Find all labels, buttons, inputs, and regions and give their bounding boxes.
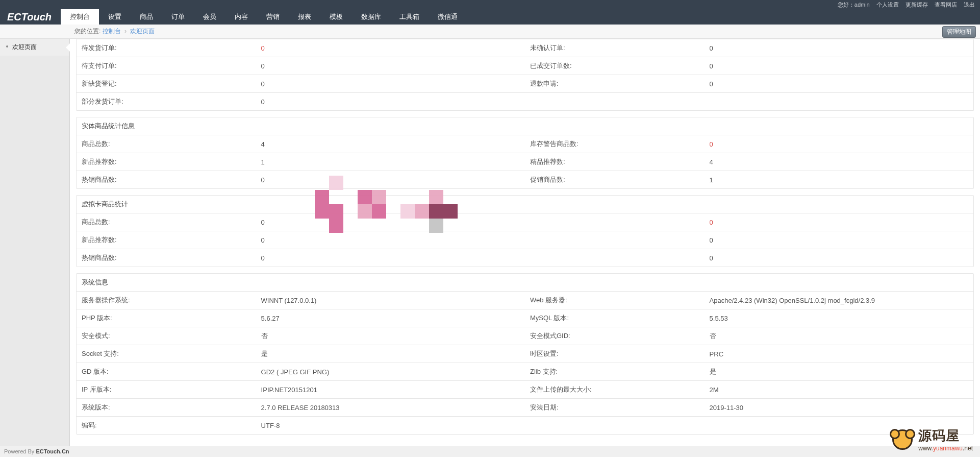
cell-label: 待发货订单: <box>77 39 256 57</box>
panel-title: 虚拟卡商品统计 <box>77 196 973 213</box>
tab-console[interactable]: 控制台 <box>61 9 99 25</box>
virtual-panel: 虚拟卡商品统计 商品总数: 0 0 新品推荐数: 0 0 热销商品数: 0 <box>76 195 974 267</box>
system-panel: 系统信息 服务器操作系统:WINNT (127.0.0.1)Web 服务器:Ap… <box>76 273 974 435</box>
table-row: IP 库版本:IPIP.NET20151201文件上传的最大大小:2M <box>77 381 973 399</box>
table-row: 商品总数: 0 0 <box>77 213 973 231</box>
monkey-icon <box>892 429 913 450</box>
tab-members[interactable]: 会员 <box>194 9 225 25</box>
main-content: 待发货订单: 0 未确认订单: 0 待支付订单: 0 已成交订单数: 0 新缺货… <box>70 39 980 446</box>
table-row: 系统版本:2.7.0 RELEASE 20180313安装日期:2019-11-… <box>77 399 973 417</box>
breadcrumb-prefix: 您的位置: <box>74 28 100 35</box>
table-row: 新品推荐数: 1 精品推荐数: 4 <box>77 153 973 171</box>
cell-value: 0 <box>256 39 525 57</box>
breadcrumb: 您的位置: 控制台 › 欢迎页面 <box>74 27 155 36</box>
table-row: 编码:UTF-8 <box>77 417 973 435</box>
link-view-shop[interactable]: 查看网店 <box>935 2 957 8</box>
tab-goods[interactable]: 商品 <box>131 9 162 25</box>
tab-database[interactable]: 数据库 <box>352 9 390 25</box>
cell-label: 未确认订单: <box>525 39 705 57</box>
table-row: 热销商品数: 0 0 <box>77 249 973 267</box>
breadcrumb-console[interactable]: 控制台 <box>103 28 121 35</box>
tab-reports[interactable]: 报表 <box>289 9 320 25</box>
orders-table: 待发货订单: 0 未确认订单: 0 待支付订单: 0 已成交订单数: 0 新缺货… <box>77 39 973 110</box>
manage-map-button[interactable]: 管理地图 <box>942 26 976 38</box>
panel-title: 系统信息 <box>77 274 973 291</box>
table-row: 新缺货登记: 0 退款申请: 0 <box>77 75 973 93</box>
orders-panel: 待发货订单: 0 未确认订单: 0 待支付订单: 0 已成交订单数: 0 新缺货… <box>76 39 974 111</box>
cell-value: 0 <box>705 39 973 57</box>
breadcrumb-bar: 您的位置: 控制台 › 欢迎页面 管理地图 <box>0 25 980 39</box>
main-nav: ECTouch 控制台 设置 商品 订单 会员 内容 营销 报表 模板 数据库 … <box>0 9 980 25</box>
tab-tools[interactable]: 工具箱 <box>390 9 429 25</box>
sidebar-item-label: 欢迎页面 <box>12 43 37 51</box>
table-row: 服务器操作系统:WINNT (127.0.0.1)Web 服务器:Apache/… <box>77 292 973 309</box>
table-row: 热销商品数: 0 促销商品数: 1 <box>77 171 973 189</box>
top-utility-bar: 您好：admin 个人设置 更新缓存 查看网店 退出 <box>0 0 980 9</box>
panel-title: 实体商品统计信息 <box>77 117 973 135</box>
tab-content[interactable]: 内容 <box>225 9 257 25</box>
chevron-right-icon: › <box>124 28 127 35</box>
link-logout[interactable]: 退出 <box>964 2 975 8</box>
link-cache[interactable]: 更新缓存 <box>906 2 928 8</box>
table-row: PHP 版本:5.6.27MySQL 版本:5.5.53 <box>77 309 973 327</box>
site-watermark: 源码屋 www.yuanmawu.net <box>892 427 973 452</box>
watermark-cn: 源码屋 <box>918 427 973 445</box>
tab-wechat[interactable]: 微信通 <box>429 9 467 25</box>
tab-settings[interactable]: 设置 <box>99 9 131 25</box>
table-row: 安全模式:否安全模式GID:否 <box>77 327 973 345</box>
footer: Powered By ECTouch.Cn <box>0 446 980 457</box>
sidebar-item-welcome[interactable]: 欢迎页面 <box>0 39 69 56</box>
tab-orders[interactable]: 订单 <box>162 9 194 25</box>
table-row: 待支付订单: 0 已成交订单数: 0 <box>77 57 973 75</box>
physical-table: 商品总数: 4 库存警告商品数: 0 新品推荐数: 1 精品推荐数: 4 热销商… <box>77 135 973 188</box>
system-table: 服务器操作系统:WINNT (127.0.0.1)Web 服务器:Apache/… <box>77 291 973 434</box>
virtual-table: 商品总数: 0 0 新品推荐数: 0 0 热销商品数: 0 0 <box>77 213 973 267</box>
tab-templates[interactable]: 模板 <box>320 9 352 25</box>
link-profile[interactable]: 个人设置 <box>876 2 899 8</box>
breadcrumb-welcome[interactable]: 欢迎页面 <box>130 28 155 35</box>
table-row: Socket 支持:是时区设置:PRC <box>77 345 973 363</box>
footer-brand[interactable]: ECTouch.Cn <box>36 448 69 454</box>
table-row: 部分发货订单: 0 <box>77 93 973 111</box>
footer-text: Powered By <box>4 448 36 454</box>
physical-panel: 实体商品统计信息 商品总数: 4 库存警告商品数: 0 新品推荐数: 1 精品推… <box>76 117 974 189</box>
watermark-en: www.yuanmawu.net <box>918 445 973 452</box>
table-row: 新品推荐数: 0 0 <box>77 231 973 249</box>
nav-tabs: 控制台 设置 商品 订单 会员 内容 营销 报表 模板 数据库 工具箱 微信通 <box>61 9 467 25</box>
sidebar: 欢迎页面 <box>0 39 70 446</box>
logo: ECTouch <box>7 11 52 23</box>
tab-marketing[interactable]: 营销 <box>257 9 289 25</box>
table-row: 待发货订单: 0 未确认订单: 0 <box>77 39 973 57</box>
table-row: 商品总数: 4 库存警告商品数: 0 <box>77 135 973 153</box>
greeting: 您好：admin <box>838 2 870 8</box>
table-row: GD 版本:GD2 ( JPEG GIF PNG)Zlib 支持:是 <box>77 363 973 381</box>
